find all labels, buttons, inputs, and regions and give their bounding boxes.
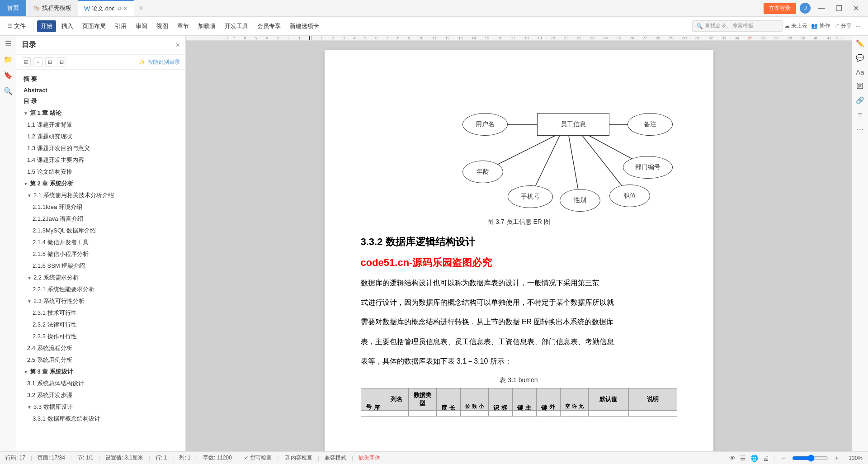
ribbon-start-tab[interactable]: 开始 bbox=[37, 20, 56, 32]
ribbon-search-box[interactable]: 🔍 查找命令、搜索模板 bbox=[692, 20, 783, 32]
toc-item[interactable]: 2.3.1 技术可行性 bbox=[16, 307, 185, 319]
edit-icon[interactable]: ✏️ bbox=[856, 39, 864, 47]
toc-item-label: 第 2 章 系统分析 bbox=[30, 180, 73, 187]
toc-item[interactable]: 2.1.1Idea 环境介绍 bbox=[16, 201, 185, 213]
window-restore-button[interactable]: ❐ bbox=[832, 4, 846, 13]
toc-item-label: 2.3.2 法律可行性 bbox=[33, 321, 77, 328]
install-button[interactable]: 立即登录 bbox=[764, 3, 796, 14]
tab-template[interactable]: 🐚 找稻壳模板 bbox=[26, 0, 78, 16]
zoom-level[interactable]: 130% bbox=[845, 455, 863, 461]
table-header-row: 序号 列名 数据类型 长度 小数位 标识 主键 外键 允许空 默认值 说明 bbox=[361, 388, 677, 410]
nav-icon[interactable]: ☰ bbox=[5, 39, 11, 48]
toc-item[interactable]: 2.1.6 SSM 框架介绍 bbox=[16, 260, 185, 272]
toc-item[interactable]: ▼第 3 章 系统设计 bbox=[16, 366, 185, 378]
ribbon-addon-tab[interactable]: 加载项 bbox=[194, 20, 219, 32]
statusbar-right: 👁 ☰ 🌐 🖨 | － ＋ 130% bbox=[729, 454, 863, 462]
user-avatar[interactable]: U bbox=[800, 3, 811, 14]
more-right-icon[interactable]: ⋯ bbox=[857, 125, 863, 133]
sidebar-close-button[interactable]: × bbox=[176, 41, 180, 49]
doc-tab-restore[interactable]: ⧉ bbox=[118, 5, 122, 12]
ribbon-layout-tab[interactable]: 页面布局 bbox=[79, 20, 109, 32]
cloud-button[interactable]: ☁ 未上云 bbox=[784, 22, 807, 30]
more-button[interactable]: ⋯ bbox=[855, 23, 861, 29]
search-left-icon[interactable]: 🔍 bbox=[4, 87, 13, 95]
ribbon-chapter-tab[interactable]: 章节 bbox=[174, 20, 193, 32]
ribbon-member-tab[interactable]: 会员专享 bbox=[254, 20, 284, 32]
tab-doc[interactable]: W 论文.doc ⧉ ✕ bbox=[78, 0, 134, 16]
toc-item[interactable]: 1.5 论文结构安排 bbox=[16, 166, 185, 178]
missing-font-label[interactable]: 缺失字体 bbox=[359, 454, 380, 462]
toc-item-label: 2.1.3MySQL 数据库介绍 bbox=[33, 227, 96, 234]
toc-item[interactable]: ▼2.1 系统使用相关技术分析介绍 bbox=[16, 189, 185, 201]
ribbon-new-tab[interactable]: 新建选项卡 bbox=[286, 20, 323, 32]
toc-item-label: 2.1.4 微信开发者工具 bbox=[33, 239, 89, 246]
toc-item[interactable]: Abstract bbox=[16, 85, 185, 95]
toc-item[interactable]: 3.2 系统开发步骤 bbox=[16, 389, 185, 401]
toc-indent-icon[interactable]: ⊞ bbox=[45, 57, 54, 66]
toc-item-label: 3.3.1 数据库概念结构设计 bbox=[33, 415, 100, 422]
comment-icon[interactable]: 💬 bbox=[856, 54, 864, 62]
ribbon-dev-tab[interactable]: 开发工具 bbox=[221, 20, 252, 32]
toc-item[interactable]: 摘 要 bbox=[16, 73, 185, 85]
zoom-out-button[interactable]: － bbox=[779, 454, 788, 462]
ribbon-review-tab[interactable]: 审阅 bbox=[132, 20, 151, 32]
toc-item[interactable]: ▼2.2 系统需求分析 bbox=[16, 272, 185, 284]
toc-item[interactable]: 目 录 bbox=[16, 95, 185, 107]
toc-add-icon[interactable]: + bbox=[33, 57, 42, 66]
ribbon-ref-tab[interactable]: 引用 bbox=[111, 20, 130, 32]
th-seq: 序号 bbox=[361, 388, 385, 410]
ribbon-view-tab[interactable]: 视图 bbox=[153, 20, 172, 32]
toc-item[interactable]: 2.1.2Java 语言介绍 bbox=[16, 213, 185, 225]
toc-item[interactable]: 2.3.2 法律可行性 bbox=[16, 319, 185, 331]
link-icon[interactable]: 🔗 bbox=[856, 96, 864, 104]
toc-item[interactable]: 1.4 课题开发主要内容 bbox=[16, 154, 185, 166]
file-menu-button[interactable]: ☰ 文件 bbox=[4, 20, 29, 32]
collab-button[interactable]: 👥 协作 bbox=[811, 22, 830, 30]
content-check-button[interactable]: ☑ 内容检查 bbox=[284, 454, 312, 462]
toc-item[interactable]: 1.3 课题开发目的与意义 bbox=[16, 142, 185, 154]
share-button[interactable]: ↗ 分享 bbox=[834, 22, 852, 30]
toc-item[interactable]: 3.3.1 数据库概念结构设计 bbox=[16, 413, 185, 425]
view-normal-icon[interactable]: 👁 bbox=[729, 455, 736, 462]
toc-item[interactable]: 2.3.3 操作可行性 bbox=[16, 331, 185, 342]
toc-item[interactable]: 2.2.1 系统性能要求分析 bbox=[16, 284, 185, 295]
toc-item[interactable]: ▼第 1 章 绪论 bbox=[16, 107, 185, 119]
toc-item-label: 3.1 系统总体结构设计 bbox=[27, 380, 84, 387]
ribbon-insert-tab[interactable]: 插入 bbox=[58, 20, 77, 32]
ai-recognize-button[interactable]: ✨ 智能识别目录 bbox=[139, 58, 180, 66]
toc-item[interactable]: 2.1.4 微信开发者工具 bbox=[16, 237, 185, 248]
tab-home[interactable]: 首页 bbox=[0, 0, 26, 16]
th-identity: 标识 bbox=[488, 388, 512, 410]
image-icon[interactable]: 🖼 bbox=[857, 82, 863, 90]
toc-outdent-icon[interactable]: ⊟ bbox=[57, 57, 66, 66]
toc-item[interactable]: 2.1.5 微信小程序分析 bbox=[16, 248, 185, 260]
doc-tab-close[interactable]: ✕ bbox=[123, 5, 128, 12]
folder-icon[interactable]: 📁 bbox=[4, 55, 13, 64]
new-tab-button[interactable]: + bbox=[134, 0, 148, 17]
toc-item[interactable]: 2.1.3MySQL 数据库介绍 bbox=[16, 225, 185, 237]
toc-item[interactable]: 1.2 课题研究现状 bbox=[16, 131, 185, 142]
spell-check-button[interactable]: ✓ 拼写检查 bbox=[244, 454, 272, 462]
er-node-remarks: 备注 bbox=[627, 113, 673, 136]
toc-item[interactable]: 2.5 系统用例分析 bbox=[16, 354, 185, 366]
toc-checkbox[interactable]: ☑ bbox=[22, 57, 31, 66]
document-area[interactable]: ← L 7654321 | 123456 7891011 1213141516 … bbox=[186, 36, 852, 451]
toc-item[interactable]: ▼第 2 章 系统分析 bbox=[16, 178, 185, 189]
view-print-icon[interactable]: 🖨 bbox=[763, 455, 769, 462]
toc-item[interactable]: ▼3.3 数据库设计 bbox=[16, 401, 185, 413]
bookmark-icon[interactable]: 🔖 bbox=[4, 71, 13, 80]
format-icon[interactable]: Aa bbox=[856, 68, 864, 76]
window-minimize-button[interactable]: — bbox=[814, 4, 829, 12]
zoom-in-button[interactable]: ＋ bbox=[833, 454, 841, 462]
toc-item[interactable]: 3.1 系统总体结构设计 bbox=[16, 378, 185, 389]
tab-doc-actions: ⧉ ✕ bbox=[118, 5, 128, 12]
list-icon[interactable]: ≡ bbox=[858, 111, 862, 118]
window-close-button[interactable]: ✕ bbox=[849, 4, 863, 13]
toc-item[interactable]: 1.1 课题开发背景 bbox=[16, 119, 185, 131]
view-web-icon[interactable]: 🌐 bbox=[750, 455, 758, 462]
toc-item[interactable]: 2.4 系统流程分析 bbox=[16, 342, 185, 354]
toc-item[interactable]: ▼2.3 系统可行性分析 bbox=[16, 295, 185, 307]
view-outline-icon[interactable]: ☰ bbox=[740, 455, 746, 462]
zoom-slider[interactable] bbox=[792, 455, 828, 462]
toc-item-label: 1.5 论文结构安排 bbox=[27, 168, 72, 175]
